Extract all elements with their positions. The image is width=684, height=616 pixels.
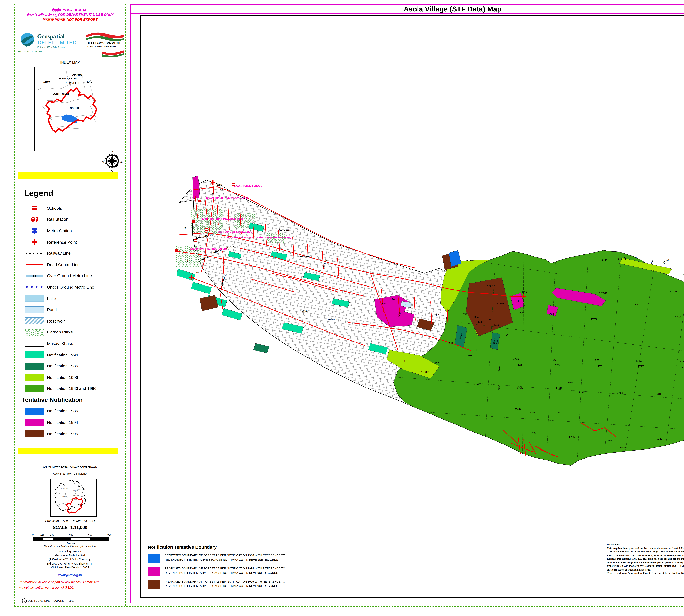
- svg-text:306 TO 311: 306 TO 311: [279, 228, 290, 231]
- asola-village-map[interactable]: 17661767/B176717691769/B1765/B17681770/B…: [141, 16, 684, 597]
- svg-text:1761: 1761: [516, 364, 522, 367]
- boundary-legend-item: PROPOSED BOUNDARY OF FOREST AS PER NOTIF…: [148, 554, 454, 563]
- svg-text:1767/B: 1767/B: [618, 257, 626, 260]
- scale-segment: [43, 538, 52, 541]
- reservoir-icon: [22, 317, 47, 325]
- school-icon: [22, 204, 47, 212]
- svg-text:NORTH EAST: NORTH EAST: [78, 489, 86, 490]
- scale-segment: [52, 538, 71, 541]
- svg-text:NIGAM PRATIBHA VIDYALAYA (GIRL: NIGAM PRATIBHA VIDYALAYA (GIRLS): [201, 218, 243, 220]
- contact-intro: For further details about this map, plea…: [17, 545, 124, 548]
- legend-item: Garden Parks: [22, 327, 124, 338]
- svg-text:1677: 1677: [487, 284, 495, 288]
- legend-item-label: Notification 1994: [47, 352, 78, 357]
- svg-text:1723: 1723: [513, 357, 519, 360]
- legend-item: 1Rail Station: [22, 214, 124, 225]
- legend-item: Masavi Khasra: [22, 338, 124, 349]
- disclaimer-body: This map has been prepared on the basis …: [607, 547, 684, 571]
- scale-text: SCALE- 1:11,000: [17, 525, 124, 530]
- svg-text:1757: 1757: [555, 411, 560, 414]
- svg-text:435/B: 435/B: [382, 302, 387, 304]
- svg-text:1752: 1752: [433, 362, 439, 365]
- legend-item-label: Notification 1986 and 1996: [47, 386, 96, 391]
- confidential-line-2: केवल विभागीय प्रयोग हेतू FOR DEPARTMENTA…: [17, 13, 124, 17]
- legend-item-label: Schools: [47, 206, 62, 211]
- yellow-separator-bottom: [18, 448, 118, 454]
- svg-text:1763: 1763: [519, 312, 525, 315]
- disclaimer: Disclaimer: This map has been prepared o…: [607, 543, 684, 575]
- gsdl-sub: (A Govt. of NCT of Delhi Company): [37, 46, 66, 48]
- legend-item: Notification 1986 and 1996: [22, 383, 124, 394]
- svg-text:SOUTH WEST: SOUTH WEST: [52, 92, 69, 95]
- svg-text:1766: 1766: [602, 258, 608, 261]
- legend-item-label: Notification 1986: [47, 409, 78, 414]
- projection-datum: Projection - UTM Datum - WGS 84: [17, 519, 124, 522]
- scale-bar: 0115230460690920 Meters: [33, 533, 110, 545]
- website-link[interactable]: www.gsdl.org.in: [17, 573, 124, 577]
- tentative-boundary-legend: Notification Tentative Boundary PROPOSED…: [148, 544, 454, 589]
- svg-text:NEW DELHI: NEW DELHI: [71, 499, 77, 500]
- svg-text:47: 47: [183, 227, 186, 230]
- boundary-legend-text: PROPOSED BOUNDARY OF FOREST AS PER NOTIF…: [165, 567, 285, 576]
- metro-icon: [22, 227, 47, 235]
- map-title: Asola Village (STF Data) Map: [130, 5, 684, 13]
- svg-text:W: W: [102, 159, 105, 163]
- svg-text:1783: 1783: [579, 390, 585, 393]
- svg-text:1769/B: 1769/B: [663, 258, 670, 264]
- svg-text:1759: 1759: [568, 381, 572, 384]
- svg-text:WEST: WEST: [62, 496, 66, 497]
- svg-text:1741: 1741: [486, 318, 491, 321]
- svg-text:CENTRAL: CENTRAL: [73, 494, 79, 496]
- svg-text:1768: 1768: [633, 303, 640, 306]
- reproduction-notice-1: Reproduction in whole or part by any mea…: [19, 580, 126, 584]
- svg-text:NORTH: NORTH: [73, 490, 77, 491]
- boundary-legend-item: PROPOSED BOUNDARY OF FOREST AS PER NOTIF…: [148, 580, 454, 589]
- svg-text:SOUTH WEST: SOUTH WEST: [60, 504, 68, 506]
- legend-item: Notification 1986: [22, 360, 124, 372]
- svg-text:1750: 1750: [466, 354, 472, 357]
- gsdl-globe-icon: [20, 32, 36, 50]
- svg-text:1755: 1755: [517, 386, 523, 389]
- boundary-swatch-icon: [148, 554, 160, 563]
- svg-text:1787: 1787: [656, 437, 663, 440]
- swatch-icon: [22, 430, 47, 438]
- delhi-gov-sub: TEAM DELHI MAKING THINGS HAPPEN: [87, 45, 116, 48]
- administrative-index-title: ADMINISTRATIVE INDEX: [17, 472, 124, 475]
- svg-text:1784: 1784: [530, 432, 537, 435]
- swatch-icon: [22, 408, 47, 415]
- index-map-svg: WESTWEST CENTRALCENTRALNEWDELHIEASTSOUTH…: [35, 67, 108, 151]
- svg-text:516: 516: [196, 271, 199, 273]
- legend-item-label: Pond: [47, 307, 57, 312]
- svg-text:1715: 1715: [522, 291, 527, 293]
- swatch-icon: [22, 385, 47, 393]
- svg-text:1740: 1740: [474, 316, 479, 318]
- index-map-title: INDEX MAP: [17, 60, 124, 64]
- confidential-line-1: गोपनीय CONFIDENTIAL: [17, 9, 124, 13]
- copyright-text: DELHI GOVERNMENT COPYRIGHT, 2013: [28, 599, 74, 602]
- svg-text:803: 803: [392, 298, 395, 300]
- svg-text:550/B: 550/B: [302, 310, 307, 312]
- svg-text:1770/B: 1770/B: [670, 290, 678, 293]
- legend-item: Metro Station: [22, 225, 124, 236]
- ogm-icon: [22, 272, 47, 280]
- swatch-icon: [22, 419, 47, 426]
- svg-text:1781: 1781: [655, 392, 661, 395]
- svg-text:785 TO 797: 785 TO 797: [328, 318, 339, 321]
- scale-tick: 0: [32, 533, 33, 536]
- svg-text:1767: 1767: [636, 256, 642, 259]
- svg-text:WEST CENTRAL: WEST CENTRAL: [59, 77, 79, 80]
- delhi-gov-title: DELHI GOVERNMENT: [87, 42, 121, 45]
- svg-text:1758: 1758: [556, 386, 562, 389]
- legend-item-label: Garden Parks: [47, 330, 73, 335]
- legend-item: Notification 1996: [22, 428, 124, 439]
- svg-text:1773: 1773: [678, 360, 684, 363]
- contact-line-5: Civil Lines, New Delhi - 110054: [17, 566, 124, 569]
- contact-line-1: Managing Director: [17, 550, 124, 553]
- legend-item-label: Metro Station: [47, 228, 72, 233]
- svg-text:1786: 1786: [606, 439, 612, 442]
- legend-item: Notification 1996: [22, 372, 124, 383]
- svg-text:WEST: WEST: [43, 81, 50, 84]
- legend-item: Reservoir: [22, 315, 124, 327]
- svg-text:EAST: EAST: [87, 80, 94, 83]
- disclaimer-title: Disclaimer:: [607, 543, 684, 547]
